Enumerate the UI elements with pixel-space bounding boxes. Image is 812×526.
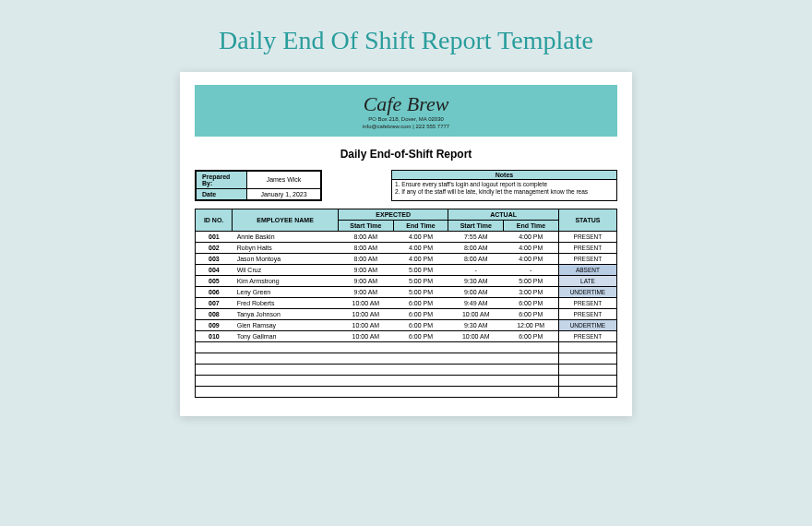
cell-name: Jason Montoya [233,253,339,264]
notes-header: Notes [392,171,616,180]
cell-exp-start: 8:00 AM [339,231,394,242]
notes-line-2: 2. If any of the staff will be late, kin… [395,188,614,196]
cell-exp-start: 8:00 AM [339,242,394,253]
cell-empty [558,375,616,386]
cell-empty [196,364,233,375]
table-row: 004Wil Cruz9:00 AM5:00 PM--ABSENT [196,264,617,275]
table-row-empty [196,364,617,375]
table-row-empty [196,341,617,353]
cell-act-start: 8:00 AM [448,253,504,264]
brand-contact: info@cafebrew.com | 222 555 7777 [195,124,617,131]
cell-act-start: 10:00 AM [448,330,504,341]
cell-exp-start: 8:00 AM [339,253,394,264]
cell-exp-start: 10:00 AM [339,330,394,341]
table-row-empty [196,375,617,386]
header-exp-start: Start Time [339,220,394,231]
cell-name: Annie Baskin [233,231,339,242]
table-row: 006Leny Green9:00 AM5:00 PM9:00 AM3:00 P… [196,286,617,297]
cell-status: LATE [558,275,616,286]
cell-act-end: 6:00 PM [504,308,559,319]
cell-name: Tanya Johnson [233,308,339,319]
header-id: ID NO. [196,209,233,231]
cell-act-start: 9:30 AM [448,319,504,330]
cell-empty [393,353,448,364]
cell-status: PRESENT [558,253,616,264]
cell-act-start: - [448,264,504,275]
table-row: 005Kim Armstrong9:00 AM5:00 PM9:30 AM5:0… [196,275,617,286]
cell-id: 001 [196,231,233,242]
cell-id: 002 [196,242,233,253]
cell-empty [339,364,394,375]
cell-empty [196,375,233,386]
cell-empty [448,375,504,386]
cell-exp-end: 4:00 PM [393,231,448,242]
cell-status: PRESENT [558,231,616,242]
table-row: 001Annie Baskin8:00 AM4:00 PM7:55 AM4:00… [196,231,617,242]
cell-act-end: 4:00 PM [504,253,559,264]
header-name: EMPLOYEE NAME [233,209,339,231]
cell-status: PRESENT [558,242,616,253]
cell-id: 006 [196,286,233,297]
table-row: 008Tanya Johnson10:00 AM6:00 PM10:00 AM6… [196,308,617,319]
table-row: 002Robyn Halts8:00 AM4:00 PM8:00 AM4:00 … [196,242,617,253]
cell-empty [233,353,339,364]
cell-act-end: 4:00 PM [504,242,559,253]
header-act-start: Start Time [448,220,504,231]
cell-exp-end: 4:00 PM [393,242,448,253]
cell-exp-end: 6:00 PM [393,297,448,308]
cell-act-start: 8:00 AM [448,242,504,253]
cell-empty [233,375,339,386]
cell-exp-start: 10:00 AM [339,308,394,319]
notes-box: Notes 1. Ensure every staff's login and … [391,170,617,201]
cell-act-end: 4:00 PM [504,231,559,242]
cell-empty [233,341,339,353]
cell-empty [196,386,233,397]
cell-name: Wil Cruz [233,264,339,275]
cell-act-end: 12:00 PM [504,319,559,330]
cell-name: Kim Armstrong [233,275,339,286]
cell-empty [393,375,448,386]
header-act-end: End Time [504,220,559,231]
cell-act-start: 9:00 AM [448,286,504,297]
cell-empty [558,364,616,375]
cell-exp-end: 6:00 PM [393,308,448,319]
cell-exp-start: 10:00 AM [339,319,394,330]
cell-exp-end: 6:00 PM [393,330,448,341]
cell-empty [233,364,339,375]
cell-empty [196,353,233,364]
cell-id: 007 [196,297,233,308]
brand-address: PO Box 218, Dover, MA 02030 [195,116,617,124]
cell-empty [339,386,394,397]
document-sheet: Cafe Brew PO Box 218, Dover, MA 02030 in… [180,72,632,416]
notes-line-1: 1. Ensure every staff's login and logout… [395,181,614,188]
cell-act-end: 3:00 PM [504,286,559,297]
cell-empty [504,386,559,397]
cell-exp-end: 4:00 PM [393,253,448,264]
cell-name: Tony Gallman [233,330,339,341]
cell-exp-start: 10:00 AM [339,297,394,308]
cell-empty [196,341,233,353]
cell-exp-end: 6:00 PM [393,319,448,330]
brand-name: Cafe Brew [195,92,617,116]
cell-exp-start: 9:00 AM [339,286,394,297]
notes-body: 1. Ensure every staff's login and logout… [392,180,616,197]
page-title: Daily End Of Shift Report Template [219,26,593,55]
cell-empty [504,364,559,375]
cell-empty [504,353,559,364]
cell-status: UNDERTIME [558,319,616,330]
cell-empty [448,386,504,397]
table-row: 010Tony Gallman10:00 AM6:00 PM10:00 AM6:… [196,330,617,341]
table-row-empty [196,353,617,364]
cell-id: 005 [196,275,233,286]
cell-empty [393,364,448,375]
brand-banner: Cafe Brew PO Box 218, Dover, MA 02030 in… [195,85,617,137]
cell-empty [339,353,394,364]
cell-act-end: - [504,264,559,275]
cell-exp-end: 5:00 PM [393,286,448,297]
cell-status: PRESENT [558,297,616,308]
cell-name: Robyn Halts [233,242,339,253]
cell-id: 003 [196,253,233,264]
cell-empty [339,341,394,353]
cell-act-end: 5:00 PM [504,275,559,286]
cell-exp-start: 9:00 AM [339,264,394,275]
